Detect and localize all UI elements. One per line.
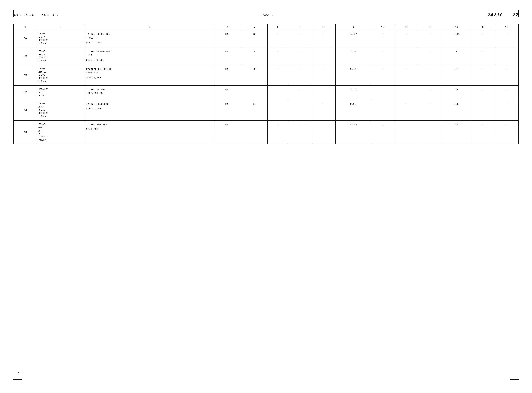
row-col-6: —	[267, 120, 288, 144]
row-reference: I5-07 I-057 ССРСЦ-У табл.4	[37, 30, 84, 48]
row-col-8: —	[312, 48, 335, 65]
row-col-11: —	[395, 120, 418, 144]
row-col-5: I	[241, 120, 267, 144]
row-col-7: —	[288, 100, 312, 120]
row-unit: шт.	[214, 100, 241, 120]
row-description: Светильник НСПIIх хI00-2345,95хI,082	[84, 65, 214, 85]
row-reference: I5-07 доп.I 3-II5 ССРСЦ-У табл.4	[37, 100, 84, 120]
row-col-7: —	[288, 120, 312, 144]
row-col-14: —	[471, 30, 495, 48]
row-unit: шт.	[214, 30, 241, 48]
col-header-13: 13	[442, 25, 471, 30]
row-description: То же, НСП09- —200/Р5I-03	[84, 85, 214, 100]
row-col-11: —	[395, 48, 418, 65]
row-col-7: —	[288, 85, 312, 100]
row-col-6: —	[267, 100, 288, 120]
row-col-13: I22	[442, 30, 471, 48]
corner-bottom-left	[13, 379, 22, 380]
row-col-10: —	[371, 65, 395, 85]
row-col-6: —	[267, 85, 288, 100]
table-row: 39I5-07 3-OI9 ССРСЦ-У табл.4То же, НС002…	[14, 48, 519, 65]
col-header-10: 10	[371, 25, 395, 30]
row-col-8: —	[312, 120, 335, 144]
row-col-11: —	[395, 30, 418, 48]
col-header-12: 12	[418, 25, 442, 30]
col-header-6: 6	[267, 25, 288, 30]
row-col-9: 6,44	[335, 65, 371, 85]
row-col-14: —	[471, 100, 495, 120]
row-col-10: —	[371, 30, 395, 48]
header-page-number: — 568—.	[258, 13, 274, 17]
row-number: 38	[14, 30, 37, 48]
row-col-15: —	[495, 100, 519, 120]
table-row: 43I5-07- —09 д.4 п.II ССРСЦ-У табл.4То ж…	[14, 120, 519, 144]
main-table: 1 2 3 4 5 6 7 8 9 10 11 12 13 14 15	[13, 24, 519, 144]
col-header-7: 7	[288, 25, 312, 30]
row-col-12: —	[418, 120, 442, 144]
col-header-11: 11	[395, 25, 418, 30]
row-col-14: —	[471, 85, 495, 100]
row-col-9: 24,89	[335, 120, 371, 144]
row-col-10: —	[371, 48, 395, 65]
row-col-5: 7	[241, 85, 267, 100]
col-header-3: 3	[84, 25, 214, 30]
row-col-8: —	[312, 65, 335, 85]
row-reference: I5-07 3-OI9 ССРСЦ-У табл.4	[37, 48, 84, 65]
row-col-13: 23	[442, 85, 471, 100]
header: 903-I- 278.90. Ал.I8, кн.6 — 568—. 24218…	[13, 13, 519, 18]
footer-mark: └	[17, 371, 19, 375]
row-col-13: I67	[442, 65, 471, 85]
row-col-6: —	[267, 65, 288, 85]
col-header-2: 2	[37, 25, 84, 30]
row-col-5: I2	[241, 30, 267, 48]
row-description: То же, МЛ-2х4023хI,082	[84, 120, 214, 144]
row-col-9: 2,33	[335, 48, 371, 65]
row-number: 42	[14, 100, 37, 120]
row-reference: I5-07- —09 д.4 п.II ССРСЦ-У табл.4	[37, 120, 84, 144]
table-row: 38I5-07 I-057 ССРСЦ-У табл.4То же, НППО3…	[14, 30, 519, 48]
row-col-15: —	[495, 65, 519, 85]
row-col-8: —	[312, 85, 335, 100]
row-col-14: —	[471, 48, 495, 65]
row-col-14: —	[471, 120, 495, 144]
header-doc-info: 903-I- 278.90. Ал.I8, кн.6	[13, 14, 58, 17]
row-col-5: 4	[241, 48, 267, 65]
row-col-8: —	[312, 100, 335, 120]
row-col-5: 26	[241, 65, 267, 85]
row-col-7: —	[288, 65, 312, 85]
row-number: 4I	[14, 85, 37, 100]
row-number: 39	[14, 48, 37, 65]
row-col-6: —	[267, 30, 288, 48]
row-col-7: —	[288, 48, 312, 65]
col-header-1: 1	[14, 25, 37, 30]
row-unit: шт.	[214, 120, 241, 144]
doc-ref: Ал.I8, кн.6	[42, 14, 58, 17]
row-col-15: —	[495, 48, 519, 65]
row-col-15: —	[495, 120, 519, 144]
header-drawing-number: 24218 - 27	[487, 13, 519, 18]
row-col-13: I35	[442, 100, 471, 120]
col-header-5: 5	[241, 25, 267, 30]
row-description: То же, НППО3-I00- — 00I9,4 x I,082	[84, 30, 214, 48]
row-col-12: —	[418, 100, 442, 120]
col-header-9: 9	[335, 25, 371, 30]
header-row: 1 2 3 4 5 6 7 8 9 10 11 12 13 14 15	[14, 25, 519, 30]
col-header-8: 8	[312, 25, 335, 30]
row-col-12: —	[418, 85, 442, 100]
corner-bottom-right	[510, 379, 519, 380]
row-number: 40	[14, 65, 37, 85]
row-col-10: —	[371, 120, 395, 144]
row-col-13: 25	[442, 120, 471, 144]
row-col-9: 9,63	[335, 100, 371, 120]
row-unit: шт.	[214, 85, 241, 100]
row-col-15: —	[495, 30, 519, 48]
row-col-11: —	[395, 65, 418, 85]
row-reference: I5-07 доп.I5 I-I98 ССРСЦ-У табл.4	[37, 65, 84, 85]
row-col-9: I0,I7	[335, 30, 371, 48]
row-unit: шт.	[214, 65, 241, 85]
col-header-15: 15	[495, 25, 519, 30]
row-reference: ССРСЦ-У р.3 п.I9	[37, 85, 84, 100]
row-col-10: —	[371, 100, 395, 120]
table-row: 4IССРСЦ-У р.3 п.I9То же, НСП09- —200/Р5I…	[14, 85, 519, 100]
doc-number: 903-I- 278.90.	[13, 14, 34, 17]
